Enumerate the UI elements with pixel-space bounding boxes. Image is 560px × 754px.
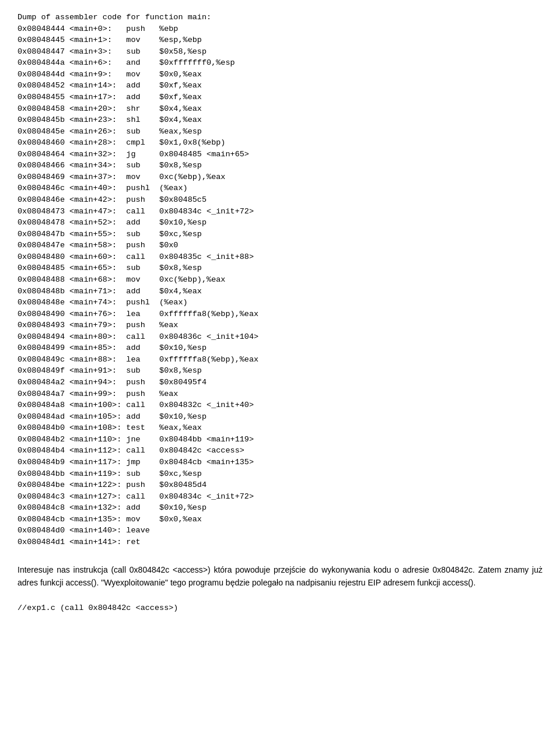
code-line: 0x08048478 <main+52>: add $0x10,%esp <box>18 217 542 229</box>
footer-code-line: //exp1.c (call 0x804842c <access>) <box>18 602 542 614</box>
code-line: 0x080484b0 <main+108>: test %eax,%eax <box>18 422 542 434</box>
prose-paragraph: Interesuje nas instrukcja (call 0x804842… <box>18 564 542 589</box>
code-line: 0x08048480 <main+60>: call 0x804835c <_i… <box>18 251 542 263</box>
code-line: 0x0804849f <main+91>: sub $0x8,%esp <box>18 365 542 377</box>
code-line: 0x08048473 <main+47>: call 0x804834c <_i… <box>18 206 542 218</box>
code-line: 0x080484be <main+122>: push $0x80485d4 <box>18 479 542 491</box>
code-line: 0x08048490 <main+76>: lea 0xffffffa8(%eb… <box>18 308 542 320</box>
code-line: 0x0804849c <main+88>: lea 0xffffffa8(%eb… <box>18 354 542 366</box>
code-line: 0x08048455 <main+17>: add $0xf,%eax <box>18 92 542 103</box>
code-line: 0x08048494 <main+80>: call 0x804836c <_i… <box>18 331 542 343</box>
code-line: 0x080484a2 <main+94>: push $0x80495f4 <box>18 377 542 388</box>
code-line: 0x08048464 <main+32>: jg 0x8048485 <main… <box>18 149 542 160</box>
code-line: 0x08048493 <main+79>: push %eax <box>18 320 542 331</box>
code-line: 0x08048447 <main+3>: sub $0x58,%esp <box>18 46 542 58</box>
code-line: 0x08048460 <main+28>: cmpl $0x1,0x8(%ebp… <box>18 137 542 149</box>
code-line: 0x080484c8 <main+132>: add $0x10,%esp <box>18 502 542 514</box>
code-line: 0x0804847e <main+58>: push $0x0 <box>18 240 542 251</box>
code-line: 0x080484d0 <main+140>: leave <box>18 525 542 536</box>
code-line: 0x080484d1 <main+141>: ret <box>18 536 542 548</box>
code-line: 0x0804848b <main+71>: add $0x4,%eax <box>18 286 542 297</box>
code-line: 0x08048444 <main+0>: push %ebp <box>18 23 542 35</box>
code-line: 0x080484b2 <main+110>: jne 0x80484bb <ma… <box>18 434 542 446</box>
code-header: Dump of assembler code for function main… <box>18 12 542 23</box>
code-line: 0x0804846e <main+42>: push $0x80485c5 <box>18 194 542 206</box>
prose-section: Interesuje nas instrukcja (call 0x804842… <box>18 564 542 589</box>
code-line: 0x08048485 <main+65>: sub $0x8,%esp <box>18 262 542 274</box>
code-line: 0x080484a8 <main+100>: call 0x804832c <_… <box>18 399 542 411</box>
code-line: 0x080484cb <main+135>: mov $0x0,%eax <box>18 514 542 525</box>
code-line: 0x080484b4 <main+112>: call 0x804842c <a… <box>18 445 542 457</box>
code-line: 0x08048488 <main+68>: mov 0xc(%ebp),%eax <box>18 274 542 286</box>
code-line: 0x080484b9 <main+117>: jmp 0x80484cb <ma… <box>18 457 542 468</box>
code-line: 0x0804848e <main+74>: pushl (%eax) <box>18 297 542 308</box>
code-line: 0x08048452 <main+14>: add $0xf,%eax <box>18 80 542 92</box>
assembler-code-block: 0x08048444 <main+0>: push %ebp0x08048445… <box>18 23 542 548</box>
code-line: 0x08048499 <main+85>: add $0x10,%esp <box>18 342 542 354</box>
code-line: 0x0804845b <main+23>: shl $0x4,%eax <box>18 114 542 126</box>
code-line: 0x0804844d <main+9>: mov $0x0,%eax <box>18 69 542 80</box>
code-line: 0x08048458 <main+20>: shr $0x4,%eax <box>18 103 542 115</box>
code-line: 0x08048445 <main+1>: mov %esp,%ebp <box>18 34 542 46</box>
code-line: 0x0804845e <main+26>: sub %eax,%esp <box>18 126 542 138</box>
code-line: 0x080484a7 <main+99>: push %eax <box>18 388 542 400</box>
code-line: 0x08048466 <main+34>: sub $0x8,%esp <box>18 160 542 171</box>
code-line: 0x0804846c <main+40>: pushl (%eax) <box>18 183 542 194</box>
code-line: 0x0804847b <main+55>: sub $0xc,%esp <box>18 229 542 240</box>
code-line: 0x0804844a <main+6>: and $0xfffffff0,%es… <box>18 57 542 69</box>
code-line: 0x080484bb <main+119>: sub $0xc,%esp <box>18 468 542 480</box>
code-line: 0x080484ad <main+105>: add $0x10,%esp <box>18 411 542 423</box>
code-line: 0x080484c3 <main+127>: call 0x804834c <_… <box>18 491 542 503</box>
code-line: 0x08048469 <main+37>: mov 0xc(%ebp),%eax <box>18 171 542 183</box>
